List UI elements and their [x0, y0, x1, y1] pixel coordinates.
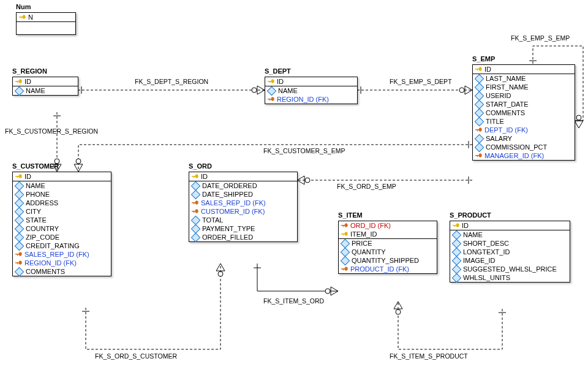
column-icon — [341, 256, 350, 265]
col-name: ORD_ID (FK) — [350, 222, 391, 229]
pk-row: ID — [13, 172, 111, 181]
col-row: NAME — [13, 86, 78, 95]
col-row: IMAGE_ID — [450, 256, 570, 265]
col-row: PRODUCT_ID (FK) — [339, 265, 437, 273]
svg-point-13 — [76, 159, 81, 164]
col-name: REGION_ID (FK) — [277, 96, 329, 103]
table-title-emp: S_EMP — [472, 55, 495, 63]
col-row: TOTAL — [189, 216, 297, 224]
pk-row: ID — [265, 77, 357, 86]
table-region[interactable]: IDNAME — [12, 77, 78, 96]
table-dept[interactable]: IDNAMEREGION_ID (FK) — [265, 77, 358, 104]
col-row: ZIP_CODE — [13, 233, 111, 241]
column-icon — [475, 142, 484, 152]
column-icon — [191, 189, 201, 199]
table-product[interactable]: IDNAMESHORT_DESCLONGTEXT_IDIMAGE_IDSUGGE… — [450, 221, 570, 283]
col-name: PRODUCT_ID (FK) — [350, 265, 409, 273]
col-name: ID — [24, 78, 31, 85]
col-name: CUSTOMER_ID (FK) — [201, 208, 265, 215]
col-row: SALARY — [473, 134, 575, 143]
pk-row: ORD_ID (FK) — [339, 221, 437, 230]
rel-label-ord-cust: FK_S_ORD_S_CUSTOMER — [95, 352, 177, 360]
col-row: PHONE — [13, 190, 111, 199]
col-name: SUGGESTED_WHLSL_PRICE — [463, 265, 557, 273]
pk-row: ID — [450, 221, 570, 230]
pk-row: N — [17, 13, 75, 21]
table-title-product: S_PRODUCT — [450, 211, 491, 219]
col-name: NAME — [26, 182, 45, 189]
rel-label-emp-dept: FK_S_EMP_S_DEPT — [390, 78, 452, 85]
col-name: SALARY — [486, 135, 512, 142]
fk-icon — [268, 96, 275, 103]
col-row: COMMENTS — [473, 108, 575, 117]
column-icon — [452, 238, 462, 248]
col-name: TOTAL — [202, 216, 223, 224]
pk-icon — [341, 222, 349, 229]
col-row: MANAGER_ID (FK) — [473, 151, 575, 160]
col-name: ID — [462, 222, 469, 229]
pk-icon — [15, 78, 23, 85]
col-name: ID — [201, 173, 208, 180]
col-name: ID — [484, 66, 491, 73]
table-title-region: S_REGION — [12, 67, 47, 75]
col-row: CUSTOMER_ID (FK) — [189, 207, 297, 216]
fk-icon — [341, 266, 349, 273]
col-row: START_DATE — [473, 100, 575, 108]
table-emp[interactable]: IDLAST_NAMEFIRST_NAMEUSERIDSTART_DATECOM… — [472, 64, 575, 161]
table-ord[interactable]: IDDATE_ORDEREDDATE_SHIPPEDSALES_REP_ID (… — [189, 172, 298, 242]
column-icon — [191, 224, 201, 233]
pk-row: ITEM_ID — [339, 230, 437, 238]
col-name: LAST_NAME — [486, 75, 526, 82]
column-icon — [452, 230, 462, 240]
rel-label-cust-region: FK_S_CUSTOMER_S_REGION — [5, 127, 98, 135]
column-icon — [191, 215, 201, 225]
col-name: START_DATE — [486, 101, 529, 108]
col-name: PAYMENT_TYPE — [202, 225, 255, 232]
col-name: COMMENTS — [26, 268, 65, 275]
col-row: SALES_REP_ID (FK) — [189, 199, 297, 207]
table-title-num: Num — [16, 3, 31, 10]
col-row: ADDRESS — [13, 199, 111, 207]
col-row: QUANTITY — [339, 248, 437, 256]
col-name: N — [28, 13, 33, 21]
col-name: DEPT_ID (FK) — [484, 126, 528, 134]
col-row: DATE_SHIPPED — [189, 190, 297, 199]
col-name: PHONE — [26, 191, 50, 198]
table-num[interactable]: N — [16, 12, 76, 35]
pk-row: ID — [473, 65, 575, 74]
col-row: DATE_ORDERED — [189, 181, 297, 190]
col-row: LONGTEXT_ID — [450, 248, 570, 256]
column-icon — [15, 207, 24, 216]
column-icon — [475, 82, 484, 92]
column-icon — [15, 181, 24, 191]
col-row: TITLE — [473, 117, 575, 126]
column-icon — [15, 224, 24, 233]
col-name: QUANTITY_SHIPPED — [352, 257, 419, 264]
column-icon — [267, 86, 277, 96]
pk-icon — [268, 78, 275, 85]
col-name: DATE_ORDERED — [202, 182, 257, 189]
column-icon — [475, 134, 484, 143]
column-icon — [475, 116, 484, 126]
column-icon — [341, 247, 350, 257]
col-name: WHLSL_UNITS — [463, 274, 510, 281]
col-name: SALES_REP_ID (FK) — [24, 251, 89, 258]
col-name: FIRST_NAME — [486, 83, 529, 91]
column-icon — [341, 238, 350, 248]
col-name: ID — [24, 173, 31, 180]
fk-icon — [192, 208, 199, 215]
col-name: SALES_REP_ID (FK) — [201, 199, 266, 207]
col-row: COUNTRY — [13, 224, 111, 233]
col-name: CREDIT_RATING — [26, 242, 80, 249]
column-icon — [452, 256, 462, 265]
svg-point-20 — [325, 289, 330, 294]
col-name: ZIP_CODE — [26, 233, 59, 241]
column-icon — [15, 232, 24, 242]
column-icon — [15, 267, 24, 276]
table-customer[interactable]: IDNAMEPHONEADDRESSCITYSTATECOUNTRYZIP_CO… — [12, 172, 111, 276]
svg-point-16 — [305, 178, 310, 183]
svg-point-7 — [576, 115, 581, 120]
col-row: REGION_ID (FK) — [13, 259, 111, 267]
table-item[interactable]: ORD_ID (FK)ITEM_IDPRICEQUANTITYQUANTITY_… — [338, 221, 437, 274]
col-name: ORDER_FILLED — [202, 233, 253, 241]
